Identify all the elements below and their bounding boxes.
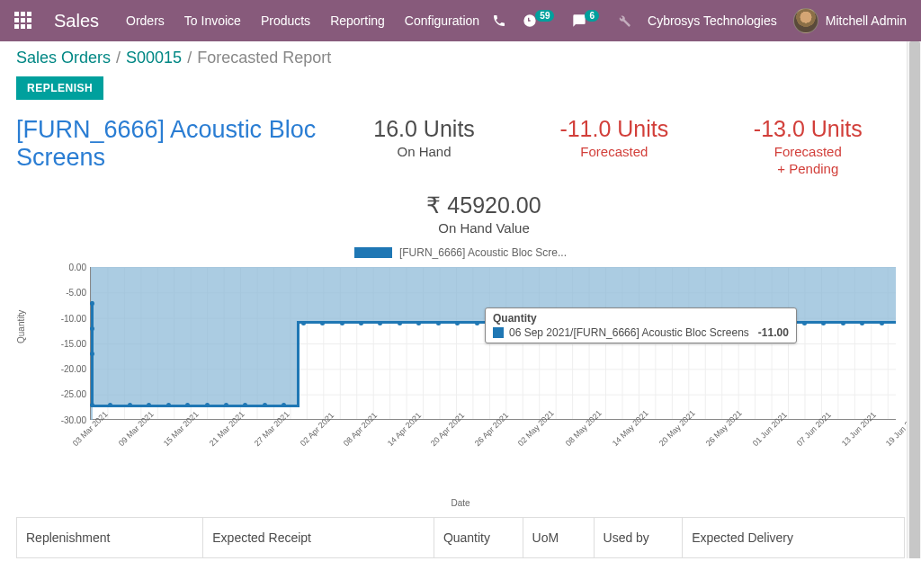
onhand-label: On Hand [373, 144, 475, 159]
chart-legend[interactable]: [FURN_6666] Acoustic Bloc Scre... [16, 246, 905, 259]
onhand-value-row: ₹ 45920.00 On Hand Value [322, 192, 646, 236]
report-summary: [FURN_6666] Acoustic Bloc Screens 16.0 U… [16, 116, 905, 176]
developer-icon[interactable] [617, 13, 631, 28]
th-used-by[interactable]: Used by [594, 518, 683, 558]
th-expected-receipt[interactable]: Expected Receipt [203, 518, 434, 558]
legend-swatch [354, 247, 392, 258]
x-axis-label: Date [16, 498, 905, 508]
apps-icon[interactable] [14, 12, 32, 30]
scroll-thumb[interactable] [909, 41, 920, 558]
th-expected-delivery[interactable]: Expected Delivery [683, 518, 905, 558]
content: Sales Orders / S00015 / Forecasted Repor… [0, 41, 921, 558]
forecast-table: Replenishment Expected Receipt Quantity … [16, 517, 905, 558]
amount-label: On Hand Value [322, 220, 646, 236]
amount: ₹ 45920.00 [322, 192, 646, 218]
messaging-icon[interactable]: 6 [572, 13, 601, 28]
metric-onhand: 16.0 Units On Hand [373, 116, 475, 176]
phone-icon[interactable] [492, 13, 506, 28]
th-replenishment[interactable]: Replenishment [17, 518, 203, 558]
nav-to-invoice[interactable]: To Invoice [184, 13, 241, 28]
onhand-value: 16.0 Units [373, 116, 475, 142]
messaging-badge: 6 [585, 10, 599, 22]
nav-right: 59 6 Cybrosys Technologies Mitchell Admi… [492, 8, 907, 33]
nav-products[interactable]: Products [261, 13, 310, 28]
nav-links: Orders To Invoice Products Reporting Con… [126, 13, 479, 28]
breadcrumb-root[interactable]: Sales Orders [16, 49, 111, 67]
forecast-chart: [FURN_6666] Acoustic Bloc Scre... Quanti… [16, 246, 905, 508]
forecasted-value: -11.0 Units [559, 116, 668, 142]
app-brand[interactable]: Sales [54, 11, 99, 31]
top-navbar: Sales Orders To Invoice Products Reporti… [0, 0, 921, 41]
scrollbar[interactable] [907, 41, 921, 558]
th-uom[interactable]: UoM [523, 518, 594, 558]
nav-orders[interactable]: Orders [126, 13, 165, 28]
breadcrumb-sep: / [116, 49, 121, 67]
pending-label1: Forecasted [754, 144, 863, 159]
pending-label2: + Pending [754, 161, 863, 176]
breadcrumb-order[interactable]: S00015 [126, 49, 182, 67]
y-axis-label: Quantity [16, 310, 26, 343]
user-menu[interactable]: Mitchell Admin [793, 8, 907, 33]
breadcrumb-sep: / [187, 49, 192, 67]
company-name[interactable]: Cybrosys Technologies [648, 13, 777, 28]
product-name-link[interactable]: [FURN_6666] Acoustic Bloc Screens [16, 116, 322, 172]
y-ticks: 0.00 -5.00 -10.00 -15.00 -20.00 -25.00 -… [45, 263, 86, 441]
tooltip-label: 06 Sep 2021/[FURN_6666] Acoustic Bloc Sc… [509, 326, 749, 339]
tooltip-swatch [493, 327, 504, 338]
breadcrumb: Sales Orders / S00015 / Forecasted Repor… [16, 49, 905, 67]
tooltip-value: -11.00 [758, 326, 789, 339]
avatar [793, 8, 818, 33]
x-ticks: 03 Mar 202109 Mar 202115 Mar 202121 Mar … [90, 423, 896, 432]
table-header-row: Replenishment Expected Receipt Quantity … [17, 518, 905, 558]
activity-badge: 59 [535, 10, 554, 22]
th-quantity[interactable]: Quantity [434, 518, 523, 558]
user-name: Mitchell Admin [826, 13, 907, 28]
nav-reporting[interactable]: Reporting [330, 13, 385, 28]
metric-forecasted: -11.0 Units Forecasted [559, 116, 668, 176]
plot-area[interactable]: Quantity 06 Sep 2021/[FURN_6666] Acousti… [90, 267, 896, 420]
legend-label: [FURN_6666] Acoustic Bloc Scre... [399, 246, 567, 259]
metric-pending: -13.0 Units Forecasted + Pending [754, 116, 863, 176]
activity-icon[interactable]: 59 [523, 13, 556, 28]
nav-configuration[interactable]: Configuration [405, 13, 479, 28]
pending-value: -13.0 Units [754, 116, 863, 142]
breadcrumb-current: Forecasted Report [197, 49, 331, 67]
replenish-button[interactable]: REPLENISH [16, 76, 103, 100]
forecasted-label: Forecasted [559, 144, 668, 159]
